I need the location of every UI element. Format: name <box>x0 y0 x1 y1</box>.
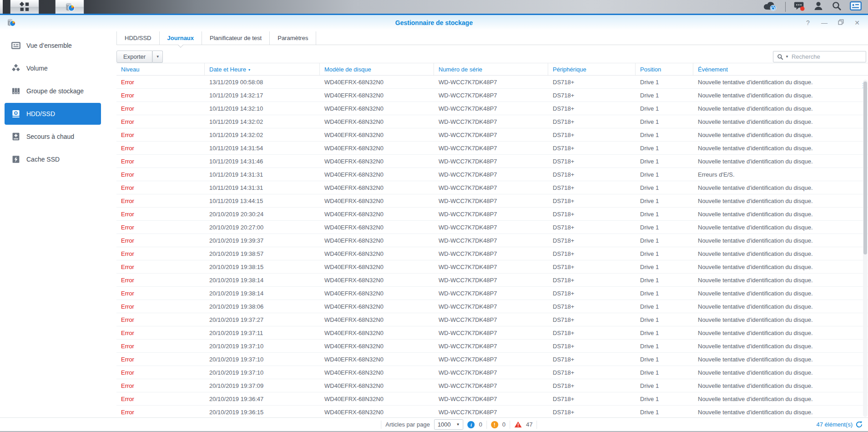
export-dropdown-button[interactable]: ▼ <box>152 51 163 63</box>
table-row[interactable]: Error20/10/2019 19:37:10WD40EFRX-68N32N0… <box>116 366 868 379</box>
table-row[interactable]: Error20/10/2019 19:37:09WD40EFRX-68N32N0… <box>116 379 868 392</box>
table-row[interactable]: Error10/11/2019 14:31:31WD40EFRX-68N32N0… <box>116 181 868 194</box>
table-cell: Nouvelle tentative d'identification du d… <box>693 406 868 415</box>
search-input[interactable] <box>791 53 863 61</box>
sidebar-item-label: Groupe de stockage <box>26 87 84 95</box>
sidebar-item-groupe-de-stockage[interactable]: Groupe de stockage <box>5 80 101 102</box>
hdd-icon <box>11 109 20 118</box>
chevron-down-icon: ▼ <box>456 422 460 427</box>
export-button[interactable]: Exporter <box>116 51 152 63</box>
table-row[interactable]: Error20/10/2019 19:37:11WD40EFRX-68N32N0… <box>116 326 868 340</box>
tab-hdd-ssd[interactable]: HDD/SSD <box>116 31 160 45</box>
table-cell: DS718+ <box>548 221 636 234</box>
table-row[interactable]: Error10/11/2019 14:32:02WD40EFRX-68N32N0… <box>116 115 868 128</box>
tab-planificateur-de-test[interactable]: Planificateur de test <box>202 31 270 45</box>
scrollbar-thumb[interactable] <box>863 81 867 254</box>
table-cell: Drive 1 <box>636 115 693 128</box>
per-page-select[interactable]: 1000 ▼ <box>434 419 464 430</box>
close-button[interactable]: ✕ <box>853 19 861 26</box>
search-icon <box>777 54 783 60</box>
toolbar: Exporter ▼ ▼ <box>116 51 866 63</box>
column-header-v-nement[interactable]: Événement <box>693 63 868 75</box>
sidebar-item-secours-chaud[interactable]: Secours à chaud <box>5 126 101 147</box>
cell-level: Error <box>116 353 205 366</box>
table-cell: Drive 1 <box>636 326 693 339</box>
help-button[interactable]: ? <box>804 19 812 26</box>
cell-level: Error <box>116 128 205 141</box>
sidebar-item-volume[interactable]: Volume <box>5 57 101 79</box>
table-row[interactable]: Error20/10/2019 19:37:27WD40EFRX-68N32N0… <box>116 313 868 326</box>
table-cell: WD40EFRX-68N32N0 <box>320 353 434 366</box>
table-row[interactable]: Error20/10/2019 19:38:14WD40EFRX-68N32N0… <box>116 274 868 287</box>
table-row[interactable]: Error20/10/2019 19:38:06WD40EFRX-68N32N0… <box>116 300 868 313</box>
table-cell: WD-WCC7K7DK48P7 <box>434 260 548 273</box>
search-box[interactable]: ▼ <box>773 51 866 62</box>
maximize-button[interactable] <box>837 19 844 26</box>
table-row[interactable]: Error20/10/2019 19:38:57WD40EFRX-68N32N0… <box>116 247 868 260</box>
refresh-icon[interactable] <box>856 421 863 428</box>
table-cell: DS718+ <box>548 142 636 154</box>
table-cell: 10/11/2019 14:32:02 <box>205 128 320 141</box>
column-header-niveau[interactable]: Niveau <box>116 63 205 75</box>
table-cell: WD-WCC7K7DK48P7 <box>434 128 548 141</box>
column-header-p-riph-rique[interactable]: Périphérique <box>548 63 636 75</box>
search-filter-caret-icon[interactable]: ▼ <box>785 55 789 59</box>
cell-level: Error <box>116 208 205 220</box>
column-header-mod-le-de-disque[interactable]: Modèle de disque <box>320 63 434 75</box>
table-row[interactable]: Error20/10/2019 19:38:15WD40EFRX-68N32N0… <box>116 260 868 274</box>
tab-param-tres[interactable]: Paramètres <box>270 31 316 45</box>
table-cell: WD40EFRX-68N32N0 <box>320 208 434 220</box>
table-cell: DS718+ <box>548 379 636 392</box>
minimize-button[interactable]: — <box>821 19 828 26</box>
widgets-button[interactable] <box>850 1 862 12</box>
table-row[interactable]: Error20/10/2019 19:37:10WD40EFRX-68N32N0… <box>116 340 868 353</box>
table-row[interactable]: Error10/11/2019 14:32:10WD40EFRX-68N32N0… <box>116 102 868 115</box>
column-header-position[interactable]: Position <box>636 63 693 75</box>
table-row[interactable]: Error20/10/2019 20:27:00WD40EFRX-68N32N0… <box>116 221 868 234</box>
notifications-button[interactable] <box>794 1 805 13</box>
table-row[interactable]: Error20/10/2019 20:30:24WD40EFRX-68N32N0… <box>116 208 868 221</box>
table-cell: WD40EFRX-68N32N0 <box>320 340 434 352</box>
tab-journaux[interactable]: Journaux <box>160 31 202 45</box>
table-cell: 10/11/2019 14:31:46 <box>205 155 320 168</box>
storage-manager-app-button[interactable] <box>55 0 84 14</box>
table-row[interactable]: Error10/11/2019 14:31:54WD40EFRX-68N32N0… <box>116 142 868 155</box>
sidebar-item-cache-ssd[interactable]: Cache SSD <box>5 148 101 170</box>
table-row[interactable]: Error20/10/2019 19:36:47WD40EFRX-68N32N0… <box>116 392 868 406</box>
table-cell: Nouvelle tentative d'identification du d… <box>693 128 868 141</box>
table-cell: Nouvelle tentative d'identification du d… <box>693 392 868 405</box>
storage-pool-icon <box>11 86 20 96</box>
column-header-num-ro-de-s-rie[interactable]: Numéro de série <box>434 63 548 75</box>
table-row[interactable]: Error10/11/2019 13:44:15WD40EFRX-68N32N0… <box>116 194 868 208</box>
table-cell: 10/11/2019 13:44:15 <box>205 194 320 207</box>
table-row[interactable]: Error10/11/2019 14:32:02WD40EFRX-68N32N0… <box>116 128 868 142</box>
table-row[interactable]: Error20/10/2019 19:38:14WD40EFRX-68N32N0… <box>116 287 868 300</box>
table-row[interactable]: Error10/11/2019 14:31:46WD40EFRX-68N32N0… <box>116 155 868 168</box>
taskbar-divider <box>785 2 786 12</box>
table-cell: WD40EFRX-68N32N0 <box>320 168 434 181</box>
cell-level: Error <box>116 115 205 128</box>
search-button[interactable] <box>832 1 842 13</box>
table-row[interactable]: Error20/10/2019 19:39:37WD40EFRX-68N32N0… <box>116 234 868 247</box>
table-cell: WD40EFRX-68N32N0 <box>320 300 434 313</box>
table-row[interactable]: Error10/11/2019 14:32:17WD40EFRX-68N32N0… <box>116 89 868 102</box>
cloud-sync-button[interactable] <box>762 0 777 13</box>
main-menu-button[interactable] <box>10 0 39 14</box>
table-cell: DS718+ <box>548 234 636 247</box>
info-count: 0 <box>479 421 482 428</box>
table-row[interactable]: Error20/10/2019 19:36:15WD40EFRX-68N32N0… <box>116 406 868 415</box>
sidebar-item-vue-d-ensemble[interactable]: Vue d’ensemble <box>5 35 101 56</box>
user-menu-button[interactable] <box>813 1 823 13</box>
sidebar-item-hdd-ssd[interactable]: HDD/SSD <box>5 103 101 125</box>
cell-level: Error <box>116 221 205 234</box>
table-scrollbar[interactable] <box>863 80 868 417</box>
table-row[interactable]: Error10/11/2019 14:31:31WD40EFRX-68N32N0… <box>116 168 868 181</box>
table-row[interactable]: Error20/10/2019 19:37:10WD40EFRX-68N32N0… <box>116 353 868 366</box>
table-cell: WD40EFRX-68N32N0 <box>320 274 434 286</box>
table-cell: Nouvelle tentative d'identification du d… <box>693 115 868 128</box>
footer-divider <box>510 421 510 429</box>
table-row[interactable]: Error13/11/2019 00:58:08WD40EFRX-68N32N0… <box>116 76 868 89</box>
table-cell: WD-WCC7K7DK48P7 <box>434 313 548 326</box>
window-titlebar[interactable]: Gestionnaire de stockage ? — ✕ <box>0 15 868 30</box>
column-header-date-et-heure[interactable]: Date et Heure▾ <box>205 63 320 75</box>
